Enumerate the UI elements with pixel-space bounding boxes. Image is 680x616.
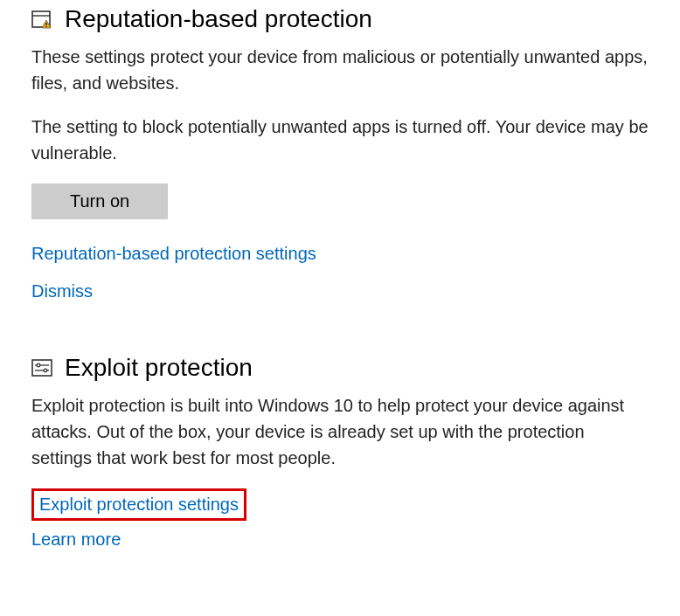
svg-point-9 [44,369,47,372]
reputation-protection-section: Reputation-based protection These settin… [31,5,649,310]
exploit-protection-section: Exploit protection Exploit protection is… [31,354,649,558]
exploit-settings-link[interactable]: Exploit protection settings [39,495,239,515]
svg-rect-5 [32,360,52,376]
exploit-title: Exploit protection [65,354,253,382]
app-warning-icon [31,9,52,30]
exploit-settings-highlight-box: Exploit protection settings [31,488,246,521]
sliders-icon [31,357,52,378]
exploit-description: Exploit protection is built into Windows… [31,392,649,471]
svg-point-7 [37,363,40,367]
section-header: Reputation-based protection [31,5,649,33]
learn-more-link[interactable]: Learn more [31,529,121,550]
section-header: Exploit protection [31,354,649,382]
reputation-description-1: These settings protect your device from … [31,44,649,96]
turn-on-button[interactable]: Turn on [31,183,168,219]
reputation-description-2: The setting to block potentially unwante… [31,114,649,166]
reputation-settings-link[interactable]: Reputation-based protection settings [31,244,316,264]
reputation-title: Reputation-based protection [65,5,372,33]
dismiss-link[interactable]: Dismiss [31,281,93,301]
svg-point-4 [45,26,46,27]
